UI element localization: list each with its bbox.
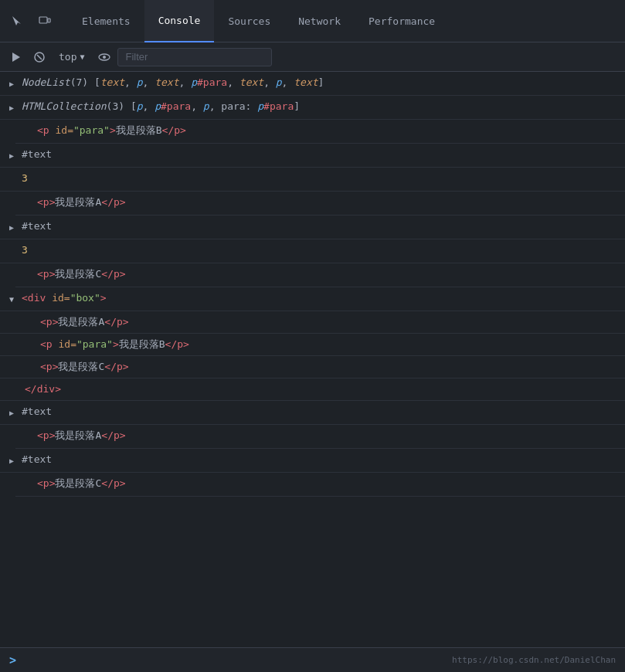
svg-marker-2 (12, 53, 20, 62)
expand-arrow[interactable]: ▶ (9, 452, 19, 469)
console-text: #text (22, 404, 52, 419)
console-text: <p>我是段落C</p> (37, 266, 126, 282)
list-item: <p>我是段落C</p> (0, 356, 625, 378)
list-item: ▶ <p>我是段落C</p> (15, 473, 625, 497)
console-prompt[interactable]: > (9, 653, 16, 667)
expand-arrow[interactable]: ▶ (9, 404, 19, 421)
list-item: <p id="para">我是段落B</p> (0, 334, 625, 356)
console-text: #text (22, 219, 52, 234)
list-item: ▶ 3 (0, 239, 625, 263)
eye-icon[interactable] (94, 47, 114, 67)
list-item[interactable]: ▶ NodeList(7) [text, p, text, p#para, te… (0, 72, 625, 96)
list-item[interactable]: ▶ #text (0, 144, 625, 168)
list-item: <p>我是段落A</p> (0, 311, 625, 334)
expand-arrow[interactable]: ▶ (9, 75, 19, 92)
list-item[interactable]: ▶ #text (0, 401, 625, 425)
list-item[interactable]: ▼ <div id="box"> (0, 287, 625, 311)
console-text: NodeList(7) [text, p, text, p#para, text… (22, 75, 324, 90)
console-text: #text (22, 147, 52, 162)
tab-network[interactable]: Network (284, 0, 355, 42)
svg-point-6 (103, 56, 106, 59)
console-text: <p>我是段落C</p> (37, 476, 126, 491)
cursor-icon[interactable] (6, 10, 28, 32)
list-item[interactable]: ▶ #text (0, 216, 625, 239)
play-icon[interactable] (6, 47, 26, 67)
console-text: <p>我是段落A</p> (40, 314, 129, 330)
list-item[interactable]: ▶ #text (0, 449, 625, 473)
console-text: <p>我是段落A</p> (37, 195, 126, 210)
expand-arrow[interactable]: ▶ (9, 147, 19, 164)
device-icon[interactable] (34, 10, 56, 32)
console-text: <div id="box"> (22, 290, 107, 306)
list-item: ▶ <p>我是段落A</p> (15, 192, 625, 216)
expand-arrow[interactable]: ▼ (9, 290, 19, 307)
tab-console[interactable]: Console (144, 0, 215, 42)
console-text: HTMLCollection(3) [p, p#para, p, para: p… (22, 99, 300, 114)
list-item: ▶ <p id="para">我是段落B</p> (15, 120, 625, 144)
toolbar: top ▼ (0, 42, 625, 72)
svg-rect-1 (48, 19, 50, 22)
console-text: <p id="para">我是段落B</p> (40, 337, 189, 352)
list-item: ▶ <p>我是段落A</p> (15, 425, 625, 449)
console-text: 3 (22, 171, 28, 186)
filter-input[interactable] (117, 48, 272, 66)
console-text: <p id="para">我是段落B</p> (37, 123, 186, 138)
list-item: ▶ <p>我是段落C</p> (15, 263, 625, 287)
console-content: ▶ NodeList(7) [text, p, text, p#para, te… (0, 72, 625, 647)
expand-arrow[interactable]: ▶ (9, 99, 19, 116)
tab-sources[interactable]: Sources (214, 0, 284, 42)
tab-performance[interactable]: Performance (355, 0, 449, 42)
stop-icon[interactable] (29, 47, 49, 67)
chevron-down-icon: ▼ (80, 53, 84, 61)
list-item: </div> (0, 378, 625, 401)
svg-line-4 (37, 55, 42, 59)
list-item[interactable]: ▶ HTMLCollection(3) [p, p#para, p, para:… (0, 96, 625, 120)
status-url: https://blog.csdn.net/DanielChan (452, 655, 616, 665)
tab-icons (6, 10, 56, 32)
console-text: 3 (22, 243, 28, 258)
console-text: <p>我是段落A</p> (37, 428, 126, 443)
console-text: </div> (25, 382, 61, 397)
tab-elements[interactable]: Elements (68, 0, 144, 42)
status-bar: > https://blog.csdn.net/DanielChan (0, 647, 625, 672)
console-text: #text (22, 452, 52, 467)
list-item: ▶ 3 (0, 168, 625, 192)
context-selector[interactable]: top ▼ (53, 49, 91, 64)
tab-bar: Elements Console Sources Network Perform… (0, 0, 625, 42)
expand-arrow[interactable]: ▶ (9, 219, 19, 236)
console-text: <p>我是段落C</p> (40, 359, 129, 375)
svg-rect-0 (39, 17, 47, 23)
